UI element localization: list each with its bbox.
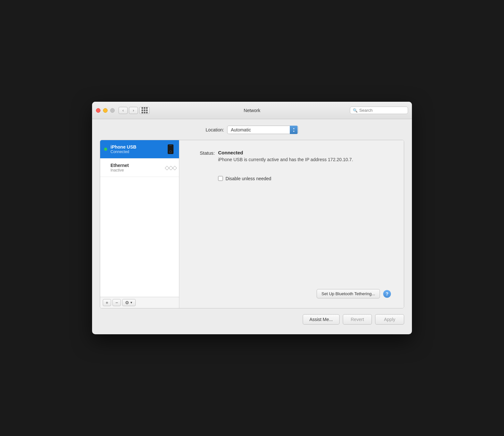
sidebar-item-iphone-usb[interactable]: iPhone USB Connected [100,140,179,159]
main-window: ‹ › Network 🔍 Location: Automatic [92,102,412,334]
disable-unless-needed-checkbox[interactable] [218,176,223,181]
status-connected-value: Connected [218,150,353,155]
status-key-label: Status: [192,150,215,156]
back-button[interactable]: ‹ [119,107,128,114]
add-interface-button[interactable]: + [103,299,111,306]
iphone-usb-status: Connected [110,150,163,154]
main-panel: iPhone USB Connected Ethernet Inactive [100,140,404,308]
titlebar: ‹ › Network 🔍 [92,102,412,119]
detail-panel: Status: Connected iPhone USB is currentl… [179,140,404,308]
iphone-usb-text: iPhone USB Connected [110,144,163,154]
ethernet-text: Ethernet Inactive [110,163,163,172]
ethernet-icon-wrapper: ◇◇◇ [166,162,175,173]
ethernet-icon: ◇◇◇ [165,164,176,171]
status-dot-gray [104,166,107,169]
gear-dropdown-icon: ▼ [130,301,133,304]
remove-interface-button[interactable]: − [112,299,121,306]
location-select[interactable]: Automatic [227,126,298,134]
phone-icon [168,144,173,154]
search-input[interactable] [359,108,405,113]
plus-icon: + [106,300,108,305]
iphone-usb-icon [166,143,175,155]
search-icon: 🔍 [353,108,358,113]
location-row: Location: Automatic [100,126,404,134]
status-dot-green [104,148,107,151]
revert-button[interactable]: Revert [343,314,372,325]
maximize-button[interactable] [110,108,115,113]
content-area: Location: Automatic iPhone USB Con [92,119,412,334]
forward-button[interactable]: › [129,107,138,114]
ethernet-name: Ethernet [110,163,163,168]
detail-footer: Set Up Bluetooth Tethering... ? [192,289,391,298]
forward-icon: › [133,108,134,113]
sidebar-toolbar: + − ⚙ ▼ [100,297,179,308]
window-title: Network [244,108,260,113]
gear-menu-button[interactable]: ⚙ ▼ [122,299,136,306]
location-select-wrapper: Automatic [227,126,298,134]
sidebar-list: iPhone USB Connected Ethernet Inactive [100,140,179,297]
minimize-button[interactable] [103,108,108,113]
sidebar: iPhone USB Connected Ethernet Inactive [100,140,179,308]
bottom-buttons: Assist Me... Revert Apply [100,314,404,328]
grid-button[interactable] [139,107,150,114]
disable-unless-needed-label: Disable unless needed [226,176,271,181]
search-box[interactable]: 🔍 [350,107,408,114]
status-row: Status: Connected iPhone USB is currentl… [192,150,391,163]
back-icon: ‹ [122,108,124,113]
ethernet-status: Inactive [110,168,163,172]
location-label: Location: [206,127,224,132]
grid-icon [142,107,148,113]
traffic-lights [96,108,115,113]
close-button[interactable] [96,108,100,113]
nav-buttons: ‹ › [119,107,138,114]
gear-icon: ⚙ [125,300,129,305]
bluetooth-tethering-button[interactable]: Set Up Bluetooth Tethering... [317,289,380,298]
assist-me-button[interactable]: Assist Me... [303,314,340,325]
disable-checkbox-row: Disable unless needed [218,176,391,181]
minus-icon: − [115,300,118,305]
status-info: Connected iPhone USB is currently active… [218,150,353,163]
sidebar-item-ethernet[interactable]: Ethernet Inactive ◇◇◇ [100,159,179,177]
status-description: iPhone USB is currently active and has t… [218,157,353,163]
iphone-usb-name: iPhone USB [110,144,163,150]
apply-button[interactable]: Apply [375,314,404,325]
help-button[interactable]: ? [383,290,391,298]
